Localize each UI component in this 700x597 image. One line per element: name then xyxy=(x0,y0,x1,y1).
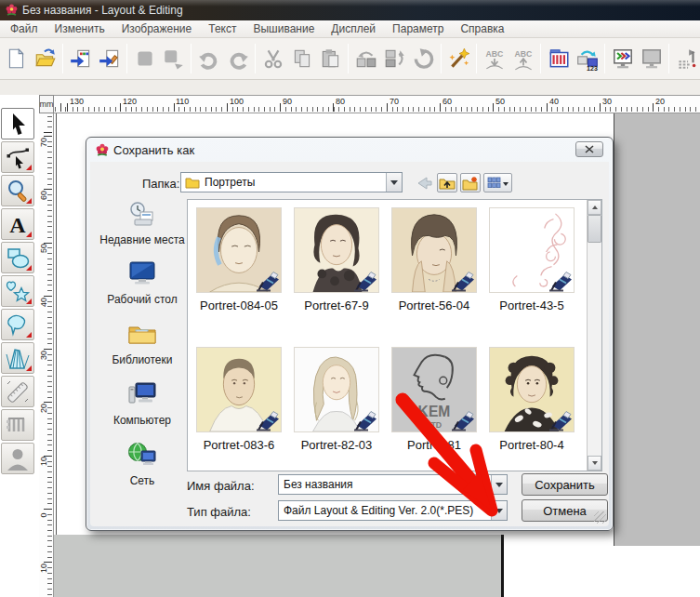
toolbar-separator xyxy=(126,44,127,73)
filename-value: Без названия xyxy=(279,478,491,491)
open-design-button[interactable] xyxy=(31,41,59,76)
place-recent[interactable]: Недавние места xyxy=(99,200,185,246)
rotate-button[interactable] xyxy=(409,41,438,76)
import-image-icon xyxy=(98,46,122,71)
horizontal-ruler: 130 120 110 100 90 80 70 60 50 40 30 20 xyxy=(54,95,700,113)
file-item[interactable]: KEMLTD Portret-81 xyxy=(388,347,481,452)
mirror-horizontal-button[interactable] xyxy=(351,41,380,76)
point-edit-tool-button[interactable] xyxy=(1,141,34,173)
new-folder-button[interactable] xyxy=(460,173,481,192)
thread-chart-button[interactable] xyxy=(544,41,573,76)
filetype-combobox[interactable]: Файл Layout & Editing Ver. 2.0(*.PES) xyxy=(278,500,508,521)
menu-text[interactable]: Текст xyxy=(200,20,244,37)
save-button[interactable]: Сохранить xyxy=(522,473,608,496)
decor-shapes-tool-button[interactable] xyxy=(1,275,34,307)
scrollbar-thumb[interactable] xyxy=(588,215,601,243)
window-title-bar[interactable]: Без названия - Layout & Editing xyxy=(0,0,700,20)
hruler-label: 60 xyxy=(442,97,452,106)
realistic-view-button[interactable] xyxy=(608,41,637,76)
file-item[interactable]: Portret-80-4 xyxy=(485,347,578,452)
place-network[interactable]: Сеть xyxy=(99,441,185,487)
resize-grip[interactable] xyxy=(594,511,606,524)
paste-button[interactable] xyxy=(316,41,345,76)
stitch-tool-button[interactable] xyxy=(1,409,34,441)
shapes-tool-button[interactable] xyxy=(1,242,34,273)
scroll-down-button[interactable] xyxy=(588,456,601,471)
file-item[interactable]: Portret-083-6 xyxy=(192,347,285,452)
place-desktop[interactable]: Рабочий стол xyxy=(99,259,185,306)
portrait-tool-button[interactable] xyxy=(1,443,34,474)
file-name: Portret-084-05 xyxy=(192,298,285,312)
mirror-vertical-button[interactable] xyxy=(380,41,409,76)
filename-dropdown-button[interactable] xyxy=(491,475,507,494)
machine-overlay-icon xyxy=(255,408,282,432)
measure-tool-button[interactable] xyxy=(1,376,34,407)
heart-star-icon xyxy=(4,278,32,304)
place-libraries[interactable]: Библиотеки xyxy=(99,320,185,366)
file-item[interactable]: Portret-67-9 xyxy=(290,207,383,312)
toolbar-separator xyxy=(441,44,442,73)
undo-button[interactable] xyxy=(194,41,223,76)
file-thumbnail xyxy=(294,347,379,432)
copy-button[interactable] xyxy=(287,41,316,76)
zoom-tool-button[interactable] xyxy=(1,175,34,206)
menu-display[interactable]: Дисплей xyxy=(323,20,384,37)
file-item[interactable]: Portret-56-04 xyxy=(388,207,481,312)
view-menu-button[interactable] xyxy=(483,173,512,192)
import-design-button[interactable] xyxy=(66,41,95,76)
menu-edit[interactable]: Изменить xyxy=(46,20,113,37)
toolbar-separator xyxy=(668,44,669,73)
stitch-simulator-button[interactable] xyxy=(672,41,700,76)
file-item[interactable]: Portret-82-03 xyxy=(290,347,383,452)
file-item[interactable]: Portret-43-5 xyxy=(485,207,578,312)
folder-dropdown-button[interactable] xyxy=(386,173,402,192)
menu-sew[interactable]: Вышивание xyxy=(244,20,323,37)
text-arc-down-button[interactable]: ABC xyxy=(480,41,508,76)
filetype-dropdown-button[interactable] xyxy=(491,501,507,520)
vertical-ruler: 70 60 50 40 30 20 10 0 10 xyxy=(39,113,54,597)
save-icon xyxy=(133,46,157,71)
menu-help[interactable]: Справка xyxy=(452,20,512,37)
place-computer[interactable]: Компьютер xyxy=(99,380,185,427)
file-list-scrollbar[interactable] xyxy=(587,200,601,471)
filename-combobox[interactable]: Без названия xyxy=(278,474,508,495)
cut-button[interactable] xyxy=(258,41,287,76)
folder-combobox[interactable]: Портреты xyxy=(180,172,403,192)
save-button[interactable] xyxy=(130,41,159,76)
open-folder-icon xyxy=(33,46,58,71)
measure-ruler-icon xyxy=(4,378,32,405)
text-tool-button[interactable]: A xyxy=(1,208,34,240)
select-tool-button[interactable] xyxy=(1,108,34,139)
sewing-order-button[interactable]: 123 xyxy=(573,41,601,76)
freeform-tool-button[interactable] xyxy=(1,309,34,340)
shapes-icon xyxy=(4,245,32,271)
dialog-body: Папка: Портреты Недавние места Рабочий с… xyxy=(90,162,609,526)
design-view-button[interactable] xyxy=(637,41,666,76)
import-image-button[interactable] xyxy=(95,41,124,76)
stamp-tool-button[interactable] xyxy=(1,342,34,374)
menu-file[interactable]: Файл xyxy=(2,20,46,37)
redo-button[interactable] xyxy=(223,41,252,76)
back-button[interactable] xyxy=(415,173,433,192)
file-name: Portret-67-9 xyxy=(290,298,383,312)
file-item[interactable]: Portret-084-05 xyxy=(192,207,285,312)
vruler-label: 70 xyxy=(39,135,48,150)
menu-option[interactable]: Параметр xyxy=(384,20,452,37)
magic-wand-button[interactable] xyxy=(444,41,473,76)
save-as-button[interactable] xyxy=(159,41,188,76)
menu-image[interactable]: Изображение xyxy=(113,20,201,37)
scroll-up-button[interactable] xyxy=(588,200,601,215)
vruler-label: 50 xyxy=(39,241,48,256)
toolbar-separator xyxy=(62,44,63,73)
text-arc-up-button[interactable]: ABC xyxy=(508,41,537,76)
machine-overlay-icon xyxy=(352,269,379,293)
up-folder-button[interactable] xyxy=(437,173,457,192)
select-arrow-icon xyxy=(4,111,32,137)
machine-overlay-icon xyxy=(548,408,575,432)
dialog-close-button[interactable] xyxy=(575,141,603,157)
new-document-button[interactable] xyxy=(2,41,31,76)
libraries-icon xyxy=(126,320,158,348)
mirror-vertical-icon xyxy=(383,46,407,71)
dialog-title: Сохранить как xyxy=(113,143,194,157)
place-label: Сеть xyxy=(99,475,185,487)
